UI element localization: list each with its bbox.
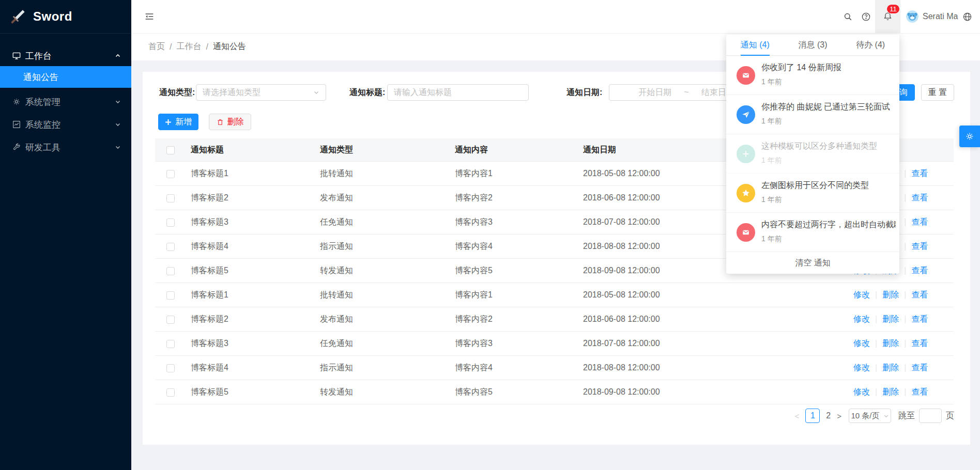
pagination-prev[interactable]: <	[795, 412, 800, 420]
row-checkbox[interactable]	[166, 291, 175, 300]
row-view-link[interactable]: 查看	[911, 290, 928, 299]
cell-title: 博客标题2	[186, 307, 315, 332]
row-edit-link[interactable]: 修改	[853, 315, 870, 323]
cell-type: 指示通知	[315, 234, 450, 259]
notifications-bell[interactable]: 11	[875, 0, 900, 33]
row-view-link[interactable]: 查看	[911, 193, 928, 202]
row-edit-link[interactable]: 修改	[853, 387, 870, 396]
action-divider: |	[875, 387, 877, 396]
filter-type-label: 通知类型:	[159, 84, 195, 101]
mail-icon	[737, 66, 755, 85]
sidebar-item-system[interactable]: 系统管理	[0, 91, 131, 112]
row-view-link[interactable]: 查看	[911, 315, 928, 323]
notification-item-read[interactable]: 这种模板可以区分多种通知类型 1 年前	[726, 134, 899, 174]
row-checkbox[interactable]	[166, 243, 175, 251]
sidebar-item-workbench[interactable]: 工作台	[0, 45, 131, 66]
globe-icon[interactable]	[957, 0, 977, 33]
pagination-page-1[interactable]: 1	[805, 409, 820, 423]
select-all-checkbox[interactable]	[166, 146, 175, 154]
row-view-link[interactable]: 查看	[911, 169, 928, 178]
row-checkbox[interactable]	[166, 170, 175, 178]
row-checkbox[interactable]	[166, 340, 175, 348]
row-view-link[interactable]: 查看	[911, 217, 928, 226]
breadcrumb-section[interactable]: 工作台	[176, 41, 201, 52]
page-size-select[interactable]: 10 条/页	[849, 409, 891, 423]
cell-date: 2018-06-08 12:00:00	[578, 186, 733, 210]
row-checkbox[interactable]	[166, 267, 175, 275]
sidebar-item-label: 研发工具	[25, 142, 60, 153]
table-row: 博客标题1批转通知博客内容12018-05-08 12:00:00修改|删除|查…	[155, 283, 954, 307]
sidebar-item-notice[interactable]: 通知公告	[0, 66, 131, 88]
jump-page-input[interactable]	[919, 409, 942, 423]
notification-item[interactable]: 你推荐的 曲妮妮 已通过第三轮面试 1 年前	[726, 95, 899, 134]
breadcrumb-home[interactable]: 首页	[148, 41, 165, 52]
user-name[interactable]: Serati Ma	[923, 0, 958, 33]
logo[interactable]: Sword	[0, 0, 131, 34]
pagination-next[interactable]: >	[837, 412, 841, 420]
column-date: 通知日期	[578, 138, 733, 162]
notification-item[interactable]: 内容不要超过两行字，超出时自动截断 1 年前	[726, 213, 899, 252]
row-delete-link[interactable]: 删除	[882, 387, 899, 396]
cell-content: 博客内容2	[450, 186, 578, 210]
action-divider: |	[875, 339, 877, 348]
help-icon[interactable]	[855, 0, 876, 33]
row-checkbox[interactable]	[166, 364, 175, 372]
action-divider: |	[904, 193, 906, 202]
notice-type-select[interactable]: 请选择通知类型	[196, 84, 326, 101]
tab-notice[interactable]: 通知 (4)	[726, 35, 784, 55]
settings-gear-button[interactable]	[959, 126, 980, 147]
row-view-link[interactable]: 查看	[911, 242, 928, 250]
cell-content: 博客内容3	[450, 332, 578, 356]
row-view-link[interactable]: 查看	[911, 266, 928, 275]
row-delete-link[interactable]: 删除	[882, 363, 899, 372]
notification-item[interactable]: 左侧图标用于区分不同的类型 1 年前	[726, 174, 899, 213]
notification-item[interactable]: 你收到了 14 份新周报 1 年前	[726, 56, 899, 95]
avatar[interactable]	[906, 10, 918, 23]
pagination-page-2[interactable]: 2	[826, 411, 831, 420]
row-view-link[interactable]: 查看	[911, 387, 928, 396]
cell-type: 任免通知	[315, 210, 450, 234]
cell-type: 转发通知	[315, 259, 450, 283]
row-view-link[interactable]: 查看	[911, 339, 928, 348]
tab-todo[interactable]: 待办 (4)	[841, 35, 899, 55]
sidebar-item-devtools[interactable]: 研发工具	[0, 137, 131, 158]
row-delete-link[interactable]: 删除	[882, 339, 899, 348]
row-checkbox[interactable]	[166, 194, 175, 202]
add-button[interactable]: 新增	[158, 114, 198, 130]
cell-content: 博客内容1	[450, 162, 578, 186]
clear-notifications-button[interactable]: 清空 通知	[726, 252, 899, 274]
tab-message[interactable]: 消息 (3)	[784, 35, 842, 55]
row-checkbox[interactable]	[166, 218, 175, 227]
row-checkbox[interactable]	[166, 316, 175, 324]
sidebar-item-monitor[interactable]: 系统监控	[0, 114, 131, 135]
row-edit-link[interactable]: 修改	[853, 290, 870, 299]
column-type: 通知类型	[315, 138, 450, 162]
row-delete-link[interactable]: 删除	[882, 290, 899, 299]
delete-button[interactable]: 删除	[209, 114, 251, 130]
cell-type: 发布通知	[315, 186, 450, 210]
notice-title-input[interactable]	[387, 84, 529, 101]
cell-date: 2018-05-08 12:00:00	[578, 162, 733, 186]
chevron-down-icon	[115, 144, 121, 150]
action-divider: |	[875, 315, 877, 323]
breadcrumb: 首页 / 工作台 / 通知公告	[148, 33, 246, 60]
row-delete-link[interactable]: 删除	[882, 315, 899, 323]
action-divider: |	[904, 242, 906, 250]
row-view-link[interactable]: 查看	[911, 363, 928, 372]
cell-date: 2018-07-08 12:00:00	[578, 332, 733, 356]
menu-fold-icon[interactable]	[144, 11, 155, 22]
mail-icon	[737, 223, 755, 242]
cell-date: 2018-08-08 12:00:00	[578, 356, 733, 380]
page-unit-label: 页	[946, 411, 954, 421]
action-divider: |	[875, 290, 877, 299]
action-divider: |	[904, 169, 906, 178]
cell-date: 2018-08-08 12:00:00	[578, 234, 733, 259]
row-edit-link[interactable]: 修改	[853, 363, 870, 372]
row-edit-link[interactable]: 修改	[853, 339, 870, 348]
plus-icon	[165, 119, 172, 126]
action-divider: |	[904, 339, 906, 348]
row-checkbox[interactable]	[166, 388, 175, 397]
search-icon[interactable]	[837, 0, 858, 33]
cell-type: 指示通知	[315, 356, 450, 380]
reset-button[interactable]: 重 置	[921, 84, 954, 101]
